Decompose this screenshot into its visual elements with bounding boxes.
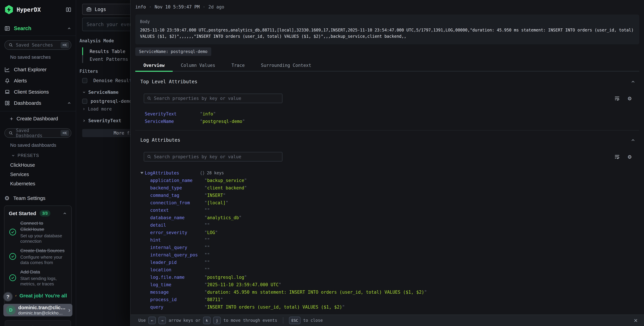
preset-kubernetes[interactable]: Kubernetes [10, 181, 76, 187]
attribute-key[interactable]: query [150, 304, 204, 309]
saved-dashboards-input[interactable]: Saved Dashboards ⌘K [4, 128, 71, 138]
attribute-value[interactable]: "info" [200, 111, 216, 116]
attribute-value[interactable]: "88711" [204, 297, 223, 302]
tab-column-values[interactable]: Column Values [173, 60, 224, 71]
gear-icon[interactable]: ⚙ [628, 154, 632, 160]
attribute-value[interactable]: "" [204, 267, 210, 272]
presets-toggle[interactable]: PRESETS [11, 153, 76, 158]
sidebar-item-team-settings[interactable]: ⚙ Team Settings [0, 195, 76, 201]
source-selector[interactable]: Logs [82, 4, 130, 15]
chevron-down-icon [82, 90, 86, 94]
facet-value-postgresql-demo[interactable]: postgresql-demo [82, 99, 130, 104]
attribute-value[interactable]: "analytics_db" [204, 215, 242, 220]
attribute-key[interactable]: log.file.name [150, 275, 204, 280]
log-attributes-root-row[interactable]: LogAttributes {}28 keys [135, 169, 639, 177]
quote: " [220, 297, 223, 302]
attribute-key[interactable]: internal_query [150, 245, 204, 250]
attribute-value[interactable]: "postgresql.log" [204, 275, 247, 280]
attribute-key[interactable]: application_name [150, 178, 204, 183]
preset-services[interactable]: Services [10, 172, 76, 177]
saved-searches-input[interactable]: Saved Searches ⌘K [4, 40, 71, 50]
attribute-value[interactable]: "duration: 45.950 ms statement: INSERT I… [204, 290, 427, 295]
create-dashboard-button[interactable]: + Create Dashboard [0, 113, 76, 124]
chevron-up-icon[interactable] [630, 79, 636, 84]
tab-surrounding-context[interactable]: Surrounding Context [253, 60, 319, 71]
denoise-results-toggle[interactable]: Denoise Results [82, 78, 130, 83]
get-started-item[interactable]: Add Data Start sending logs, metrics, or… [9, 269, 67, 286]
sidebar-item-chart-explorer[interactable]: Chart Explorer [0, 64, 76, 75]
sidebar-item-dashboards[interactable]: Dashboards [0, 98, 76, 109]
attribute-value[interactable]: "" [204, 260, 210, 265]
chevron-up-icon[interactable] [67, 101, 71, 105]
mode-results-table[interactable]: Results Table [82, 47, 130, 55]
sidebar-item-client-sessions[interactable]: Client Sessions [0, 86, 76, 98]
attribute-value[interactable]: "LOG" [204, 230, 218, 235]
event-body-panel: Body 2025-11-10 23:59:47.000 UTC,postgre… [135, 15, 639, 44]
checkbox[interactable] [82, 99, 87, 104]
tab-overview[interactable]: Overview [135, 60, 173, 71]
attribute-value[interactable]: "" [204, 208, 210, 213]
attribute-key[interactable]: message [150, 290, 204, 295]
chevron-up-icon[interactable] [62, 211, 67, 216]
attribute-key[interactable]: leader_pid [150, 260, 204, 265]
attribute-key[interactable]: database_name [150, 215, 204, 220]
attribute-key[interactable]: connection_from [150, 200, 204, 205]
load-more-button[interactable]: Load more [82, 107, 130, 112]
gear-icon[interactable]: ⚙ [628, 95, 632, 101]
close-icon[interactable]: ✕ [634, 317, 638, 323]
attribute-value[interactable]: "" [204, 245, 210, 250]
event-search-input[interactable]: Search your events [82, 18, 130, 31]
footer-text: to move through events [224, 318, 277, 323]
attribute-value[interactable]: "2025-11-10 23:59:47.000 UTC" [204, 282, 281, 287]
property-search-input[interactable]: Search properties by key or value [144, 152, 282, 161]
facet-severitytext-header[interactable]: SeverityText [82, 118, 130, 123]
attribute-value[interactable]: "INSERT INTO orders (user_id, total) VAL… [204, 304, 345, 309]
attribute-key[interactable]: location [150, 267, 204, 272]
sidebar-item-alerts[interactable]: Alerts [0, 75, 76, 86]
attribute-key[interactable]: error_severity [150, 230, 204, 235]
attribute-key[interactable]: log_time [150, 282, 204, 287]
quote: " [226, 200, 228, 205]
attribute-value[interactable]: "" [204, 223, 210, 228]
service-name-tag[interactable]: ServiceName: postgresql-demo [135, 47, 211, 56]
attribute-key[interactable]: detail [150, 223, 204, 228]
wrap-text-icon[interactable] [614, 96, 620, 101]
property-search-input[interactable]: Search properties by key or value [144, 94, 282, 103]
attribute-key[interactable]: SeverityText [145, 111, 200, 116]
get-started-item[interactable]: Connect to ClickHouse Set up your databa… [9, 220, 67, 244]
attribute-key[interactable]: internal_query_pos [150, 252, 204, 257]
attribute-key[interactable]: backend_type [150, 185, 204, 190]
attribute-key[interactable]: process_id [150, 297, 204, 302]
wrap-text-icon[interactable] [614, 154, 620, 160]
chevron-up-icon[interactable] [67, 26, 71, 31]
attribute-key[interactable]: context [150, 208, 204, 213]
get-started-item[interactable]: Create Data Sources Configure where your… [9, 248, 67, 265]
attribute-key[interactable]: hint [150, 237, 204, 242]
body-log-text[interactable]: 2025-11-10 23:59:47.000 UTC,postgres,ana… [140, 27, 634, 40]
attribute-key[interactable]: command_tag [150, 193, 204, 198]
attribute-value[interactable]: "client backend" [204, 185, 247, 190]
attribute-value[interactable]: "[local]" [204, 200, 228, 205]
facet-servicename-header[interactable]: ServiceName [82, 90, 130, 95]
sidebar-collapse-button[interactable] [66, 7, 71, 13]
user-menu[interactable]: D dominic.tran@clic… dominic.tran@clickh… [4, 304, 72, 316]
attribute-value[interactable]: "INSERT" [204, 193, 226, 198]
caret-down-icon[interactable] [140, 172, 144, 174]
help-button[interactable]: ? [3, 292, 13, 302]
quote: " [242, 119, 245, 124]
mode-event-patterns[interactable]: Event Patterns [82, 55, 130, 63]
attribute-value-text: INSERT [207, 193, 223, 198]
attribute-key[interactable]: LogAttributes [145, 170, 200, 176]
attribute-value[interactable]: "" [204, 237, 210, 242]
attribute-value[interactable]: "postgresql-demo" [200, 119, 245, 124]
attribute-value[interactable]: "backup_service" [204, 178, 247, 183]
product-updates-panel[interactable]: Product updates [5, 320, 71, 326]
chevron-up-icon[interactable] [630, 138, 636, 143]
attribute-key[interactable]: ServiceName [145, 119, 200, 124]
preset-clickhouse[interactable]: ClickHouse [10, 162, 76, 168]
more-filters-button[interactable]: More filters [82, 129, 130, 137]
sidebar-item-search[interactable]: Search [0, 24, 76, 33]
tab-trace[interactable]: Trace [224, 60, 253, 71]
attribute-value[interactable]: "" [204, 252, 210, 257]
checkbox[interactable] [82, 78, 87, 83]
